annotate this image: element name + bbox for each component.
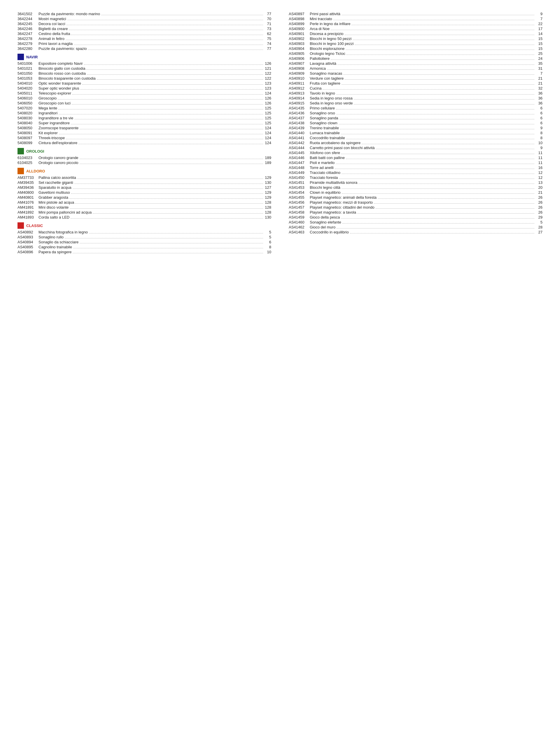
product-code: AS41448: [289, 165, 310, 170]
table-row: 3641502Puzzle da pavimento: mondo marino…: [18, 12, 271, 16]
product-name: Playset magnetico: mezzi di trasporto: [310, 200, 535, 205]
product-page: 13: [535, 180, 542, 185]
section-color-orologi: [18, 148, 24, 154]
product-name: Cagnolino trainabile: [38, 245, 264, 249]
product-name: Pallina calcio assortita: [38, 175, 264, 180]
table-row: AS41460Sonaglino elefante5: [289, 220, 542, 224]
table-row: AM40800Gavettoni multiuso129: [18, 190, 271, 195]
product-name: Primi lavori a maglia: [38, 42, 264, 46]
product-code: 5408099: [18, 140, 38, 145]
product-page: 128: [264, 210, 271, 214]
product-name: Arca di Noe: [310, 27, 535, 31]
product-name: Mini tracciato: [310, 17, 535, 21]
product-page: 21: [535, 76, 542, 80]
product-name: Mini disco volante: [38, 205, 264, 209]
product-name: Giroscopio con luci: [38, 101, 264, 105]
product-code: 5408040: [18, 121, 38, 125]
product-page: 16: [535, 165, 542, 170]
product-code: AS40899: [289, 22, 310, 26]
product-code: AS41446: [289, 156, 310, 160]
product-page: 124: [264, 140, 271, 145]
product-code: 5401053: [18, 76, 38, 80]
product-page: 6: [535, 121, 542, 125]
product-page: 15: [535, 36, 542, 41]
product-code: AS41462: [289, 225, 310, 229]
product-code: 3642247: [18, 31, 38, 36]
product-code: 5401006: [18, 61, 38, 66]
product-code: AM41891: [18, 205, 38, 209]
table-row: AS41435Primo cellulare6: [289, 106, 542, 110]
product-name: Gavettoni multiuso: [38, 190, 264, 195]
table-row: 6104025Orologio canoro piccolo189: [18, 160, 271, 165]
product-code: AS40910: [289, 76, 310, 80]
product-page: 22: [535, 22, 542, 26]
product-code: 6104023: [18, 156, 38, 160]
section-color-alldoro: [18, 168, 24, 174]
product-name: Trenino trainabile: [310, 126, 535, 130]
product-name: Discesa a precipizio: [310, 31, 535, 36]
table-row: AM39436Sparatutto in acqua127: [18, 185, 271, 190]
table-row: AS40910Verdure con tagliere21: [289, 76, 542, 80]
product-code: AS41459: [289, 215, 310, 220]
table-row: 5406010Giroscopio126: [18, 96, 271, 100]
product-name: Playset magnetico: cittadini del mondo: [310, 205, 535, 209]
product-page: 129: [264, 195, 271, 200]
product-code: AS40905: [289, 51, 310, 56]
product-code: AS40906: [289, 56, 310, 61]
product-page: 5: [264, 230, 271, 234]
table-row: AS40904Blocchi esplorazione15: [289, 46, 542, 51]
product-name: Mega lente: [38, 106, 264, 110]
product-name: Armonica: [310, 66, 535, 71]
product-page: 35: [535, 61, 542, 66]
table-row: AS41451Piramide multiattività sonora13: [289, 180, 542, 185]
product-code: AM39436: [18, 185, 38, 190]
table-row: AM40801Grabber aragosta129: [18, 195, 271, 200]
product-code: 5408050: [18, 126, 38, 130]
product-code: AS41438: [289, 121, 310, 125]
product-code: 5408097: [18, 136, 38, 140]
product-code: AS41453: [289, 185, 310, 190]
product-name: Orologio canoro piccolo: [38, 160, 264, 165]
product-name: Puzzle da pavimento: spazio: [38, 46, 264, 51]
product-code: AM37733: [18, 175, 38, 180]
product-page: 32: [535, 86, 542, 91]
product-code: AS41440: [289, 131, 310, 135]
product-page: 11: [535, 160, 542, 165]
product-page: 128: [264, 200, 271, 205]
table-row: AS40915Sedia in legno orso verde36: [289, 101, 542, 105]
product-name: Primo cellulare: [310, 106, 535, 110]
table-row: 5405011Telescopio explorer124: [18, 91, 271, 96]
product-page: 121: [264, 66, 271, 71]
table-row: 5408091Kit explorer124: [18, 131, 271, 135]
product-code: AS41457: [289, 205, 310, 209]
product-page: 125: [264, 106, 271, 110]
product-page: 127: [264, 185, 271, 190]
product-page: 124: [264, 136, 271, 140]
table-row: AS41454Clown in equilibrio21: [289, 190, 542, 195]
table-row: AS40894Sonaglio da schiacciare6: [18, 240, 271, 244]
product-page: 9: [535, 126, 542, 130]
table-row: AS41442Ruota arcobaleno da spingere10: [289, 140, 542, 145]
product-page: 124: [264, 126, 271, 130]
product-name: Grabber aragosta: [38, 195, 264, 200]
table-row: AS41459Gioco della pesca29: [289, 215, 542, 220]
table-row: AS41463Coccodrillo in equilibrio27: [289, 230, 542, 234]
table-row: AS40911Frutta con tagliere21: [289, 81, 542, 85]
product-name: Lavagna attività: [310, 61, 535, 66]
product-name: Coccodrillo in equilibrio: [310, 230, 535, 234]
table-row: 3642245Decora coi lacci71: [18, 22, 271, 26]
product-page: 77: [264, 12, 271, 16]
product-name: Blocchi in legno 100 pezzi: [310, 42, 535, 46]
table-row: AS41436Sonaglino orso6: [289, 111, 542, 115]
product-code: AM40801: [18, 195, 38, 200]
product-code: 5408091: [18, 131, 38, 135]
product-name: Frutta con tagliere: [310, 81, 535, 85]
table-row: AS40896Papera da spingere10: [18, 250, 271, 254]
product-code: AS41435: [289, 106, 310, 110]
product-page: 123: [264, 81, 271, 85]
table-row: 5408030Ingranditore a tre vie125: [18, 116, 271, 120]
table-row: AS40892Macchina fotografica in legno5: [18, 230, 271, 234]
product-page: 5: [264, 235, 271, 239]
product-code: 5404010: [18, 81, 38, 85]
table-row: AM41891Mini disco volante128: [18, 205, 271, 209]
